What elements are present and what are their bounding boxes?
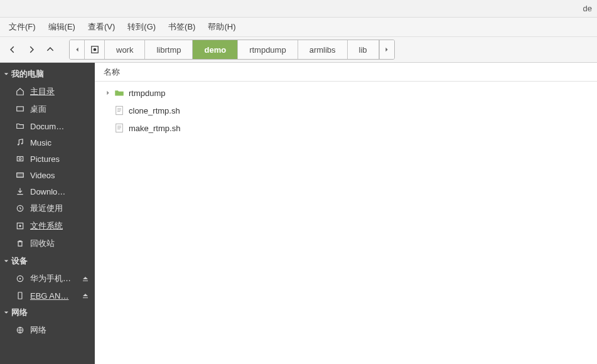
sidebar-item-music[interactable]: Music <box>0 134 95 151</box>
breadcrumb-scroll-left[interactable] <box>70 40 85 59</box>
arrow-right-icon <box>27 45 36 54</box>
sidebar-item-filesystem[interactable]: 文件系统 <box>0 217 95 235</box>
phone-icon <box>15 291 25 301</box>
sidebar-item-pictures[interactable]: Pictures <box>0 151 95 167</box>
pictures-icon <box>15 154 25 164</box>
videos-icon <box>15 170 25 180</box>
sidebar-item-label: Downlo… <box>30 187 91 196</box>
sidebar-section-label: 网络 <box>11 307 28 318</box>
sidebar-item-videos[interactable]: Videos <box>0 167 95 183</box>
menu-view[interactable]: 查看(V) <box>82 19 121 35</box>
sidebar-section-label: 设备 <box>11 255 28 267</box>
svg-rect-15 <box>18 292 22 299</box>
up-button[interactable] <box>41 41 59 58</box>
disc-icon <box>15 274 25 284</box>
sidebar-item-documents[interactable]: Docum… <box>0 118 95 134</box>
sidebar-item-label: 最近使用 <box>30 203 91 214</box>
home-icon <box>90 45 99 54</box>
svg-rect-5 <box>17 157 23 161</box>
file-pane: 名称 rtmpdump clone_rtmp.sh make_rtmp.sh <box>95 63 597 364</box>
sidebar-item-label: 桌面 <box>30 104 91 115</box>
script-icon <box>114 122 125 134</box>
chevron-down-icon <box>4 310 9 315</box>
svg-rect-7 <box>17 173 24 178</box>
expand-toggle[interactable] <box>104 90 112 95</box>
download-icon <box>15 186 25 196</box>
menu-go[interactable]: 转到(G) <box>121 19 162 35</box>
sidebar-item-device-ebg[interactable]: EBG AN… <box>0 287 95 304</box>
sidebar-item-device-huawei[interactable]: 华为手机… <box>0 270 95 287</box>
eject-button[interactable] <box>82 274 91 284</box>
svg-point-3 <box>18 144 19 145</box>
column-header-name[interactable]: 名称 <box>95 63 597 82</box>
filesystem-icon <box>15 221 25 231</box>
file-name: clone_rtmp.sh <box>129 106 180 115</box>
sidebar-item-network[interactable]: 网络 <box>0 321 95 339</box>
breadcrumb-segment[interactable]: librtmp <box>145 40 193 59</box>
svg-point-14 <box>19 278 21 279</box>
breadcrumb-home[interactable] <box>85 40 105 59</box>
sidebar-section-devices[interactable]: 设备 <box>0 252 95 270</box>
sidebar-item-home[interactable]: 主目录 <box>0 83 95 100</box>
sidebar-section-label: 我的电脑 <box>11 68 44 80</box>
titlebar: de <box>0 0 597 18</box>
menu-bookmarks[interactable]: 书签(B) <box>162 19 202 35</box>
back-button[interactable] <box>4 41 21 58</box>
svg-rect-17 <box>116 106 123 115</box>
sidebar-item-label: Videos <box>30 171 91 180</box>
menu-edit[interactable]: 编辑(E) <box>42 19 82 35</box>
music-icon <box>15 137 25 147</box>
sidebar-item-label: 文件系统 <box>30 220 91 232</box>
breadcrumb-scroll-right[interactable] <box>379 40 394 59</box>
breadcrumb-bar: work librtmp demo rtmpdump armlibs lib <box>69 40 395 60</box>
svg-rect-21 <box>116 124 123 132</box>
script-icon <box>114 105 125 116</box>
sidebar: 我的电脑 主目录 桌面 Docum… Music Pictures Videos <box>0 63 95 364</box>
file-name: rtmpdump <box>129 88 166 98</box>
sidebar-item-downloads[interactable]: Downlo… <box>0 183 95 200</box>
breadcrumb-segment[interactable]: rtmpdump <box>238 40 298 59</box>
toolbar: work librtmp demo rtmpdump armlibs lib <box>0 36 597 63</box>
menu-file[interactable]: 文件(F) <box>3 19 42 35</box>
svg-point-6 <box>19 158 21 160</box>
chevron-right-icon <box>384 47 389 52</box>
sidebar-item-label: EBG AN… <box>30 291 80 301</box>
file-row-folder[interactable]: rtmpdump <box>95 84 597 102</box>
breadcrumb-segment[interactable]: lib <box>348 40 379 59</box>
chevron-down-icon <box>4 259 9 264</box>
globe-icon <box>15 325 25 335</box>
sidebar-item-recent[interactable]: 最近使用 <box>0 200 95 217</box>
sidebar-item-trash[interactable]: 回收站 <box>0 235 95 252</box>
breadcrumb-segment-active[interactable]: demo <box>193 40 238 59</box>
file-row-script[interactable]: clone_rtmp.sh <box>95 102 597 119</box>
recent-icon <box>15 203 25 213</box>
svg-point-4 <box>21 143 23 144</box>
sidebar-item-label: 网络 <box>30 324 91 336</box>
main-area: 我的电脑 主目录 桌面 Docum… Music Pictures Videos <box>0 63 597 364</box>
sidebar-section-network[interactable]: 网络 <box>0 304 95 321</box>
svg-point-1 <box>93 48 96 51</box>
chevron-down-icon <box>4 72 9 77</box>
folder-icon <box>15 121 25 131</box>
breadcrumb-segment[interactable]: armlibs <box>298 40 348 59</box>
menu-help[interactable]: 帮助(H) <box>202 19 242 35</box>
sidebar-item-label: 主目录 <box>30 86 91 97</box>
desktop-icon <box>15 104 25 114</box>
sidebar-item-label: 华为手机… <box>30 273 80 284</box>
file-row-script[interactable]: make_rtmp.sh <box>95 119 597 137</box>
eject-button[interactable] <box>82 291 91 301</box>
folder-icon <box>114 87 125 99</box>
file-name: make_rtmp.sh <box>129 124 180 133</box>
chevron-left-icon <box>75 47 80 52</box>
sidebar-item-label: Pictures <box>30 154 91 164</box>
sidebar-item-desktop[interactable]: 桌面 <box>0 100 95 118</box>
menubar: 文件(F) 编辑(E) 查看(V) 转到(G) 书签(B) 帮助(H) <box>0 18 597 36</box>
forward-button[interactable] <box>23 41 40 58</box>
arrow-left-icon <box>8 45 17 54</box>
sidebar-item-label: Music <box>30 138 91 147</box>
arrow-up-icon <box>46 45 55 54</box>
sidebar-item-label: 回收站 <box>30 238 91 249</box>
sidebar-section-computer[interactable]: 我的电脑 <box>0 65 95 83</box>
breadcrumb-segment[interactable]: work <box>105 40 145 59</box>
svg-rect-2 <box>17 107 24 111</box>
